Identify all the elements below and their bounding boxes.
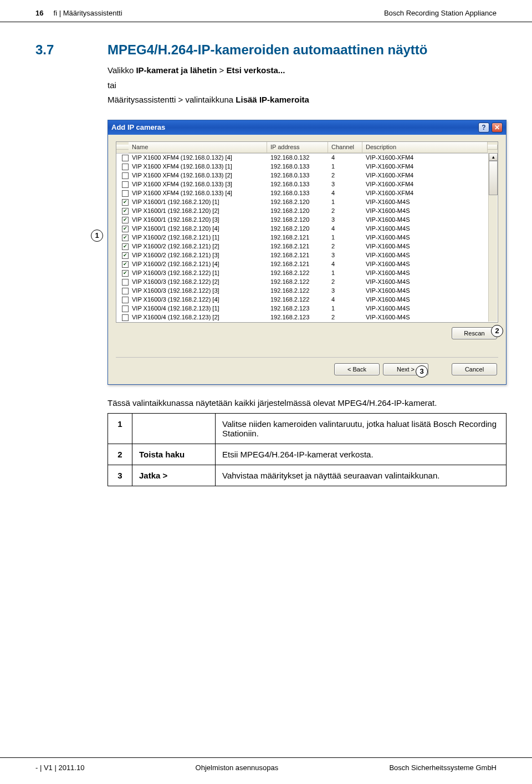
page-footer: - | V1 | 2011.10 Ohjelmiston asennusopas… bbox=[0, 757, 532, 784]
table-row[interactable]: VIP X1600/1 (192.168.2.120) [4]192.168.2… bbox=[116, 225, 498, 233]
table-row[interactable]: VIP X1600/4 (192.168.2.123) [1]192.168.2… bbox=[116, 304, 498, 313]
text: Valikko bbox=[108, 65, 136, 75]
table-row[interactable]: VIP X1600/1 (192.168.2.120) [2]192.168.2… bbox=[116, 207, 498, 216]
table-row[interactable]: VIP X1600 XFM4 (192.168.0.133) [4]192.16… bbox=[116, 189, 498, 198]
cell-description: VIP-X1600-M4S bbox=[362, 242, 488, 251]
header-right: Bosch Recording Station Appliance bbox=[384, 9, 497, 17]
cell-description: VIP-X1600-M4S bbox=[362, 296, 488, 304]
cell-ip: 192.168.0.132 bbox=[267, 154, 328, 162]
col-channel[interactable]: Channel bbox=[328, 142, 362, 153]
table-row[interactable]: VIP X1600 XFM4 (192.168.0.133) [3]192.16… bbox=[116, 180, 498, 189]
ref-num: 1 bbox=[108, 413, 132, 444]
row-checkbox[interactable] bbox=[122, 261, 129, 268]
scrollbar[interactable]: ▴ bbox=[488, 153, 497, 322]
table-row[interactable]: VIP X1600/3 (192.168.2.122) [2]192.168.2… bbox=[116, 278, 498, 287]
cell-name: VIP X1600/3 (192.168.2.122) [1] bbox=[129, 269, 267, 277]
table-row: 3 Jatka > Vahvistaa määritykset ja näytt… bbox=[108, 465, 507, 486]
cell-channel: 4 bbox=[328, 296, 362, 304]
table-row[interactable]: VIP X1600/2 (192.168.2.121) [1]192.168.2… bbox=[116, 233, 498, 242]
table-row[interactable]: VIP X1600/1 (192.168.2.120) [1]192.168.2… bbox=[116, 198, 498, 207]
cancel-button[interactable]: Cancel bbox=[452, 363, 497, 375]
row-checkbox[interactable] bbox=[122, 217, 129, 223]
cell-description: VIP-X1600-M4S bbox=[362, 278, 488, 286]
table-row[interactable]: VIP X1600/2 (192.168.2.121) [4]192.168.2… bbox=[116, 260, 498, 269]
cell-name: VIP X1600/3 (192.168.2.122) [3] bbox=[129, 287, 267, 295]
row-checkbox[interactable] bbox=[122, 306, 129, 312]
cell-ip: 192.168.2.121 bbox=[267, 242, 328, 251]
text-bold: Etsi verkosta... bbox=[226, 65, 285, 75]
cell-description: VIP-X1600-M4S bbox=[362, 260, 488, 268]
row-checkbox[interactable] bbox=[122, 279, 129, 286]
scroll-up-icon[interactable]: ▴ bbox=[489, 153, 498, 161]
titlebar[interactable]: Add IP cameras ? ✕ bbox=[108, 120, 506, 135]
cell-channel: 1 bbox=[328, 198, 362, 206]
cell-ip: 192.168.2.120 bbox=[267, 216, 328, 224]
cell-ip: 192.168.0.133 bbox=[267, 162, 328, 171]
table-row[interactable]: VIP X1600 XFM4 (192.168.0.132) [4]192.16… bbox=[116, 154, 498, 162]
callout-3: 3 bbox=[416, 365, 428, 378]
row-checkbox[interactable] bbox=[122, 288, 129, 294]
scrollbar-header bbox=[488, 145, 498, 150]
cell-description: VIP-X1600-M4S bbox=[362, 313, 488, 322]
cell-ip: 192.168.2.123 bbox=[267, 304, 328, 313]
section-path-2: Määritysassistentti > valintaikkuna Lisä… bbox=[108, 94, 497, 106]
table-row[interactable]: VIP X1600/2 (192.168.2.121) [3]192.168.2… bbox=[116, 251, 498, 260]
table-row[interactable]: VIP X1600/3 (192.168.2.122) [4]192.168.2… bbox=[116, 296, 498, 304]
footer-center: Ohjelmiston asennusopas bbox=[196, 763, 279, 772]
cell-ip: 192.168.0.133 bbox=[267, 180, 328, 189]
cell-ip: 192.168.2.123 bbox=[267, 313, 328, 322]
cell-name: VIP X1600/2 (192.168.2.121) [3] bbox=[129, 251, 267, 259]
rescan-button[interactable]: Rescan bbox=[452, 327, 497, 339]
cell-channel: 1 bbox=[328, 162, 362, 171]
col-name[interactable]: Name bbox=[129, 142, 267, 153]
row-checkbox[interactable] bbox=[122, 208, 129, 215]
text: > bbox=[217, 65, 226, 75]
row-checkbox[interactable] bbox=[122, 243, 129, 250]
ref-label: Jatka > bbox=[132, 465, 216, 486]
cell-description: VIP-X1600-XFM4 bbox=[362, 180, 488, 189]
table-row[interactable]: VIP X1600/3 (192.168.2.122) [1]192.168.2… bbox=[116, 269, 498, 278]
row-checkbox[interactable] bbox=[122, 314, 129, 321]
table-row[interactable]: VIP X1600/4 (192.168.2.123) [2]192.168.2… bbox=[116, 313, 498, 322]
row-checkbox[interactable] bbox=[122, 235, 129, 241]
cell-channel: 2 bbox=[328, 207, 362, 215]
cell-description: VIP-X1600-M4S bbox=[362, 207, 488, 215]
row-checkbox[interactable] bbox=[122, 172, 129, 179]
help-icon[interactable]: ? bbox=[478, 123, 489, 133]
row-checkbox[interactable] bbox=[122, 297, 129, 303]
row-checkbox[interactable] bbox=[122, 226, 129, 232]
ref-num: 3 bbox=[108, 465, 132, 486]
cell-channel: 2 bbox=[328, 278, 362, 286]
col-description[interactable]: Description bbox=[362, 142, 488, 153]
ref-label bbox=[132, 413, 216, 444]
cell-name: VIP X1600/1 (192.168.2.120) [3] bbox=[129, 216, 267, 224]
section-title: MPEG4/H.264-IP-kameroiden automaattinen … bbox=[108, 42, 497, 58]
row-checkbox[interactable] bbox=[122, 270, 129, 277]
ref-desc: Valitse niiden kameroiden valintaruutu, … bbox=[216, 413, 507, 444]
table-row: 1 Valitse niiden kameroiden valintaruutu… bbox=[108, 413, 507, 444]
back-button[interactable]: < Back bbox=[334, 363, 380, 375]
ref-num: 2 bbox=[108, 444, 132, 465]
table-row[interactable]: VIP X1600/3 (192.168.2.122) [3]192.168.2… bbox=[116, 287, 498, 296]
cell-ip: 192.168.2.120 bbox=[267, 225, 328, 233]
cell-name: VIP X1600/1 (192.168.2.120) [4] bbox=[129, 225, 267, 233]
cell-channel: 4 bbox=[328, 225, 362, 233]
close-icon[interactable]: ✕ bbox=[492, 123, 503, 133]
cell-description: VIP-X1600-M4S bbox=[362, 269, 488, 277]
cell-channel: 2 bbox=[328, 171, 362, 180]
col-ip[interactable]: IP address bbox=[267, 142, 328, 153]
row-checkbox[interactable] bbox=[122, 199, 129, 206]
row-checkbox[interactable] bbox=[122, 164, 129, 170]
row-checkbox[interactable] bbox=[122, 181, 129, 188]
row-checkbox[interactable] bbox=[122, 155, 129, 161]
row-checkbox[interactable] bbox=[122, 252, 129, 259]
table-row[interactable]: VIP X1600/2 (192.168.2.121) [2]192.168.2… bbox=[116, 242, 498, 251]
scroll-thumb[interactable] bbox=[489, 161, 498, 195]
table-row[interactable]: VIP X1600 XFM4 (192.168.0.133) [2]192.16… bbox=[116, 171, 498, 180]
row-checkbox[interactable] bbox=[122, 190, 129, 197]
table-row[interactable]: VIP X1600/1 (192.168.2.120) [3]192.168.2… bbox=[116, 216, 498, 225]
section-or: tai bbox=[108, 79, 497, 92]
cell-channel: 2 bbox=[328, 313, 362, 322]
cell-description: VIP-X1600-XFM4 bbox=[362, 189, 488, 197]
table-row[interactable]: VIP X1600 XFM4 (192.168.0.133) [1]192.16… bbox=[116, 162, 498, 171]
